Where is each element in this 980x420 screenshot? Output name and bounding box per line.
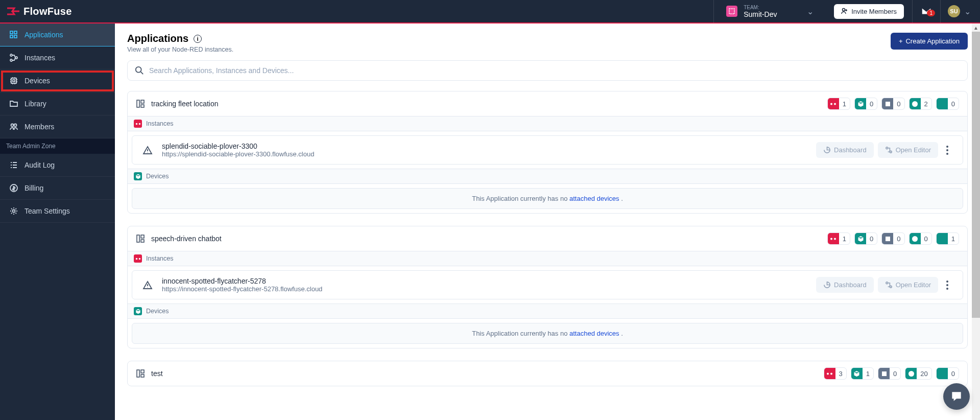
sidebar: Applications Instances Devices Library M… — [0, 24, 115, 420]
dashboard-button[interactable]: Dashboard — [816, 277, 874, 293]
warning-icon — [142, 280, 153, 290]
sidebar-item-members[interactable]: Members — [0, 115, 115, 138]
svg-rect-5 — [14, 35, 17, 38]
folder-icon — [9, 99, 18, 108]
notification-badge: 1 — [927, 10, 935, 16]
app-icon — [136, 369, 145, 378]
team-icon — [726, 6, 737, 17]
svg-rect-16 — [137, 100, 139, 107]
nodes-icon — [9, 53, 18, 62]
svg-rect-39 — [141, 370, 144, 373]
svg-point-12 — [14, 124, 17, 127]
svg-rect-38 — [137, 370, 139, 377]
sidebar-item-team-settings[interactable]: Team Settings — [0, 200, 115, 223]
scroll-thumb[interactable] — [972, 32, 980, 318]
gear-icon — [9, 206, 18, 216]
clock-icon — [905, 368, 917, 379]
instance-name: innocent-spotted-flycatcher-5278 — [162, 277, 322, 285]
instance-row[interactable]: innocent-spotted-flycatcher-5278https://… — [132, 270, 963, 299]
application-card: test 3 1 0 20 0 — [127, 361, 968, 386]
instances-section-header: Instances — [128, 251, 967, 266]
sidebar-item-billing[interactable]: Billing — [0, 177, 115, 200]
team-switcher[interactable]: TEAM: Sumit-Dev ⌄ — [713, 0, 826, 23]
search-input[interactable] — [149, 66, 960, 75]
application-header[interactable]: test 3 1 0 20 0 — [128, 361, 967, 386]
badge-snapshots: 2 — [909, 98, 932, 110]
sidebar-admin-header: Team Admin Zone — [0, 138, 115, 154]
badge-pipelines: 0 — [936, 367, 959, 380]
chat-widget[interactable] — [943, 383, 970, 410]
badge-instances: 1 — [827, 98, 850, 110]
svg-rect-27 — [137, 235, 139, 242]
badge-snapshots: 0 — [909, 232, 932, 245]
badge-pipelines: 1 — [936, 232, 959, 245]
box-icon — [878, 368, 890, 379]
sidebar-item-label: Audit Log — [25, 161, 55, 169]
sidebar-item-label: Team Settings — [25, 207, 70, 215]
more-menu[interactable] — [942, 277, 952, 293]
search-wrap[interactable] — [127, 60, 968, 81]
sidebar-item-devices[interactable]: Devices — [0, 69, 115, 92]
open-editor-button[interactable]: Open Editor — [878, 277, 938, 293]
info-icon[interactable]: i — [194, 35, 202, 43]
svg-point-24 — [138, 123, 140, 124]
sidebar-item-library[interactable]: Library — [0, 92, 115, 115]
attached-devices-link[interactable]: attached devices — [569, 330, 619, 337]
sidebar-item-audit-log[interactable]: Audit Log — [0, 154, 115, 177]
sidebar-item-applications[interactable]: Applications — [0, 24, 115, 46]
logo-text: FlowFuse — [23, 6, 72, 17]
invite-members-button[interactable]: Invite Members — [834, 4, 904, 19]
empty-devices: This Application currently has no attach… — [132, 323, 963, 344]
node-icon — [828, 233, 839, 244]
more-menu[interactable] — [942, 143, 952, 158]
chat-icon — [950, 390, 963, 403]
bars-icon — [937, 368, 948, 379]
application-name: test — [151, 369, 163, 378]
svg-point-30 — [830, 238, 832, 240]
svg-point-36 — [886, 282, 888, 284]
search-icon — [135, 66, 144, 75]
invite-label: Invite Members — [851, 8, 897, 15]
sidebar-item-instances[interactable]: Instances — [0, 46, 115, 69]
team-label: TEAM: — [744, 5, 777, 10]
node-icon — [828, 98, 839, 109]
svg-rect-3 — [14, 31, 17, 34]
svg-point-19 — [830, 103, 832, 105]
badge-device-groups: 0 — [881, 98, 904, 110]
scroll-up-arrow[interactable]: ▲ — [972, 24, 980, 32]
svg-rect-17 — [141, 100, 144, 103]
application-header[interactable]: tracking fleet location 1 0 0 2 0 — [128, 91, 967, 116]
badge-devices: 0 — [854, 98, 877, 110]
open-editor-button[interactable]: Open Editor — [878, 142, 938, 158]
grid-icon — [9, 30, 18, 39]
instance-row[interactable]: splendid-sociable-plover-3300https://spl… — [132, 135, 963, 165]
logo[interactable]: FlowFuse — [6, 6, 72, 17]
cube-icon — [855, 98, 866, 109]
flow-icon — [885, 146, 893, 154]
svg-point-8 — [10, 59, 12, 61]
svg-point-31 — [834, 238, 836, 240]
cube-icon — [134, 172, 142, 180]
cube-icon — [134, 307, 142, 315]
app-icon — [136, 99, 145, 108]
svg-point-15 — [136, 67, 141, 73]
instance-url: https://innocent-spotted-flycatcher-5278… — [162, 285, 322, 293]
application-header[interactable]: speech-driven chatbot 1 0 0 0 1 — [128, 226, 967, 251]
svg-rect-0 — [729, 9, 734, 14]
svg-point-1 — [843, 9, 845, 11]
sidebar-item-label: Members — [25, 123, 54, 131]
cube-icon — [851, 368, 863, 379]
chart-icon — [823, 146, 831, 154]
notifications-button[interactable]: 1 — [912, 0, 940, 23]
flow-icon — [885, 281, 893, 289]
create-application-button[interactable]: + Create Application — [891, 33, 968, 50]
page-subtitle: View all of your Node-RED instances. — [127, 46, 233, 53]
list-icon — [9, 160, 18, 170]
svg-point-20 — [834, 103, 836, 105]
topbar-right: TEAM: Sumit-Dev ⌄ Invite Members 1 SU ⌄ — [713, 0, 980, 23]
user-menu[interactable]: SU ⌄ — [940, 0, 980, 23]
dollar-icon — [9, 183, 18, 193]
attached-devices-link[interactable]: attached devices — [569, 195, 619, 202]
dashboard-button[interactable]: Dashboard — [816, 142, 874, 158]
scrollbar[interactable]: ▲ — [972, 24, 980, 420]
